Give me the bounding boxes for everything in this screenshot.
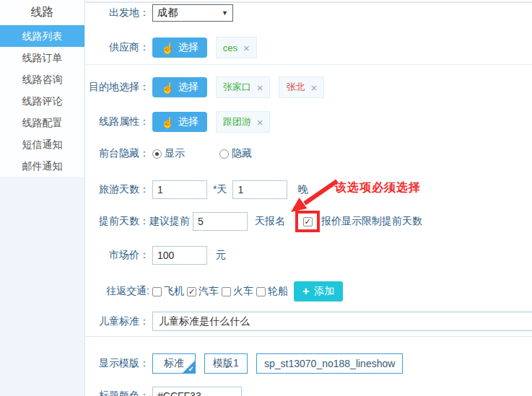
sidebar-item-route-config[interactable]: 线路配置 xyxy=(0,112,84,133)
departure-select[interactable]: 成都 ▼ xyxy=(152,4,233,22)
supplier-choose-button[interactable]: ☝ 选择 xyxy=(152,38,207,58)
row-front-hidden: 前台隐藏： 显示 隐藏 xyxy=(86,147,532,160)
close-icon[interactable]: × xyxy=(257,116,263,128)
route-edit-page: 线路 线路列表 线路订单 线路咨询 线路评论 线路配置 短信通知 邮件通知 出发… xyxy=(0,0,532,396)
train-checkbox[interactable] xyxy=(222,287,231,296)
template-1-label: 模版1 xyxy=(213,357,239,370)
template-custom-label: sp_st13070_no188_lineshow xyxy=(264,358,395,369)
display-template-label: 显示模版： xyxy=(86,357,149,370)
advance-days-label: 提前天数： xyxy=(86,215,149,228)
advance-days-prefix: 建议提前 xyxy=(149,215,190,228)
row-departure: 出发地： 成都 ▼ xyxy=(86,4,532,22)
check-icon: ✓ xyxy=(304,218,310,226)
section-divider xyxy=(86,64,532,65)
child-standard-input[interactable] xyxy=(152,312,532,331)
section-divider xyxy=(86,336,532,337)
radio-hide[interactable]: 隐藏 xyxy=(219,147,252,160)
row-destination: 目的地选择： ☝ 选择 张家口 × 张北 × xyxy=(86,76,532,98)
radio-show-label: 显示 xyxy=(165,147,185,160)
front-hidden-label: 前台隐藏： xyxy=(86,147,149,160)
nights-unit: 晚 xyxy=(297,183,308,196)
template-1-button[interactable]: 模版1 xyxy=(204,353,248,374)
days-unit: *天 xyxy=(213,183,227,196)
required-highlight-box: ✓ xyxy=(295,211,320,232)
quote-limit-checkbox[interactable]: ✓ xyxy=(303,217,313,226)
supplier-choose-label: 选择 xyxy=(178,41,199,54)
close-icon[interactable]: × xyxy=(243,42,250,54)
sidebar-item-route-list[interactable]: 线路列表 xyxy=(0,25,84,47)
destination-choose-button[interactable]: ☝ 选择 xyxy=(152,77,207,97)
travel-days-label: 旅游天数： xyxy=(86,183,149,196)
transport-option-ship[interactable]: 轮船 xyxy=(256,285,288,298)
template-standard-label: 标准 xyxy=(164,357,184,370)
radio-show[interactable]: 显示 xyxy=(152,147,185,160)
check-icon: ✓ xyxy=(188,288,195,296)
supplier-label: 供应商： xyxy=(86,41,149,54)
departure-label: 出发地： xyxy=(86,6,149,19)
destination-tag: 张北 × xyxy=(279,76,324,98)
transport-option-plane[interactable]: 飞机 xyxy=(152,285,184,298)
plus-icon: + xyxy=(302,286,309,297)
required-annotation: 该选项必须选择 xyxy=(335,180,421,195)
sidebar-item-route-orders[interactable]: 线路订单 xyxy=(0,47,84,69)
radio-hide-label: 隐藏 xyxy=(232,147,252,160)
supplier-tag-text: ces xyxy=(223,43,237,53)
row-market-price: 市场价： 元 xyxy=(86,246,532,265)
car-checkbox[interactable]: ✓ xyxy=(187,287,196,296)
required-annotation-text: 该选项必须选择 xyxy=(335,181,421,193)
hand-select-icon: ☝ xyxy=(161,82,175,93)
child-standard-label: 儿童标准： xyxy=(86,315,149,328)
row-route-attr: 线路属性： ☝ 选择 跟团游 × xyxy=(86,111,532,133)
sidebar-menu: 线路 线路列表 线路订单 线路咨询 线路评论 线路配置 短信通知 邮件通知 xyxy=(0,0,84,177)
plane-label: 飞机 xyxy=(164,285,184,298)
route-attr-choose-button[interactable]: ☝ 选择 xyxy=(152,112,207,132)
close-icon[interactable]: × xyxy=(310,82,317,94)
add-transport-button[interactable]: + 添加 xyxy=(294,281,343,302)
transport-label: 往返交通: xyxy=(86,285,149,298)
advance-days-input[interactable] xyxy=(193,212,248,231)
template-custom-button[interactable]: sp_st13070_no188_lineshow xyxy=(256,353,403,374)
sidebar-item-sms-notify[interactable]: 短信通知 xyxy=(0,133,84,155)
check-icon: ✓ xyxy=(188,365,194,373)
sidebar-item-email-notify[interactable]: 邮件通知 xyxy=(0,155,84,177)
sidebar: 线路 线路列表 线路订单 线路咨询 线路评论 线路配置 短信通知 邮件通知 xyxy=(0,0,85,396)
row-supplier: 供应商： ☝ 选择 ces × xyxy=(86,37,532,58)
transport-option-car[interactable]: ✓ 汽车 xyxy=(187,285,219,298)
row-display-template: 显示模版： 标准 ✓ 模版1 sp_st13070_no188_lineshow xyxy=(86,353,532,374)
nights-input[interactable] xyxy=(232,180,287,199)
train-label: 火车 xyxy=(233,285,253,298)
route-attr-tag: 跟团游 × xyxy=(216,111,271,133)
ship-checkbox[interactable] xyxy=(256,287,266,296)
sidebar-item-route-inquiries[interactable]: 线路咨询 xyxy=(0,69,84,90)
transport-option-train[interactable]: 火车 xyxy=(222,285,253,298)
route-attr-tag-text: 跟团游 xyxy=(223,115,251,128)
market-price-label: 市场价： xyxy=(86,249,149,262)
advance-days-suffix: 天报名 xyxy=(255,215,285,228)
market-price-unit: 元 xyxy=(216,249,226,262)
sidebar-item-route-comments[interactable]: 线路评论 xyxy=(0,90,84,112)
close-icon[interactable]: × xyxy=(257,82,263,94)
car-label: 汽车 xyxy=(199,285,219,298)
destination-tag: 张家口 × xyxy=(216,76,271,98)
destination-tag-text: 张北 xyxy=(286,81,305,94)
radio-show-control[interactable] xyxy=(152,149,162,159)
departure-select-value: 成都 xyxy=(157,6,178,19)
radio-hide-control[interactable] xyxy=(219,149,229,159)
days-input[interactable] xyxy=(152,180,207,199)
quote-limit-checkbox-label: 报价显示限制提前天数 xyxy=(321,215,422,228)
market-price-input[interactable] xyxy=(152,246,207,265)
title-color-input[interactable] xyxy=(152,387,242,396)
sidebar-header: 线路 xyxy=(0,0,84,25)
destination-label: 目的地选择： xyxy=(86,81,149,94)
route-attr-choose-label: 选择 xyxy=(178,115,199,128)
title-color-label: 标题颜色： xyxy=(86,390,149,396)
route-attr-label: 线路属性： xyxy=(86,115,149,128)
hand-select-icon: ☝ xyxy=(161,43,175,53)
template-standard-button[interactable]: 标准 ✓ xyxy=(152,353,196,374)
hand-select-icon: ☝ xyxy=(161,117,175,128)
destination-choose-label: 选择 xyxy=(178,81,199,94)
plane-checkbox[interactable] xyxy=(152,287,162,296)
row-title-color: 标题颜色： xyxy=(86,387,532,396)
row-transport: 往返交通: 飞机 ✓ 汽车 火车 轮船 + 添加 xyxy=(86,281,532,302)
add-transport-label: 添加 xyxy=(314,285,334,298)
